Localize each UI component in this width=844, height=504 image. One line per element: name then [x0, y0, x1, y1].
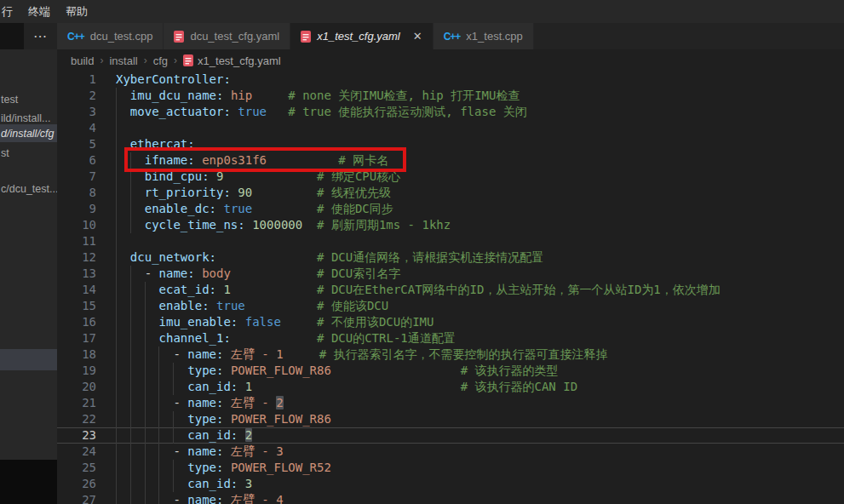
chevron-right-icon: ›: [144, 54, 147, 66]
code-token: # 使能DC同步: [317, 202, 393, 215]
menu-item-1[interactable]: 终端: [20, 0, 58, 23]
sidebar: testild/install...d/install/cfgstc/dcu_t…: [0, 49, 57, 504]
sidebar-item[interactable]: test: [0, 90, 57, 108]
more-actions-button[interactable]: ⋯: [24, 23, 57, 49]
code-token: [223, 396, 230, 410]
indent-guide: [130, 346, 131, 363]
breadcrumb-item-install[interactable]: install: [109, 54, 137, 67]
code-line-25[interactable]: 25 type: POWER_FLOW_R52: [57, 460, 844, 476]
code-line-14[interactable]: 14 ecat_id: 1 # DCU在EtherCAT网络中的ID，从主站开始…: [57, 282, 844, 298]
indent-guide: [116, 185, 117, 201]
code-token: [238, 428, 244, 442]
code-line-3[interactable]: 3 move_actuator: true # true 使能执行器运动测试, …: [57, 104, 844, 120]
sidebar-item[interactable]: d/install/cfg: [0, 124, 57, 142]
line-number: 13: [57, 266, 103, 282]
line-number: 24: [57, 444, 103, 460]
code-editor[interactable]: 1XyberController:2 imu_dcu_name: hip # n…: [57, 72, 844, 504]
code-line-7[interactable]: 7 bind_cpu: 9 # 绑定CPU核心: [57, 169, 844, 185]
code-content: XyberController:: [103, 72, 844, 88]
menu-item-0[interactable]: 行: [0, 0, 20, 23]
code-line-8[interactable]: 8 rt_priority: 90 # 线程优先级: [57, 185, 844, 201]
sidebar-item[interactable]: st: [0, 144, 57, 162]
code-token: [116, 250, 130, 264]
code-content: channel_1: # DCU的CTRL-1通道配置: [103, 330, 844, 346]
tab-x1_test_cfg.yaml[interactable]: x1_test_cfg.yaml✕: [290, 23, 433, 49]
code-line-19[interactable]: 19 type: POWER_FLOW_R86 # 该执行器的类型: [57, 363, 844, 379]
code-token: 左臂 - 4: [231, 493, 284, 504]
code-line-2[interactable]: 2 imu_dcu_name: hip # none 关闭IMU检查, hip …: [57, 88, 844, 104]
code-content: dcu_network: # DCU通信网络，请根据实机连接情况配置: [103, 249, 844, 266]
code-token: # 使能该DCU: [317, 299, 388, 312]
sidebar-selection-band: [0, 349, 57, 370]
vscode-window: 行终端帮助 ⋯ C++dcu_test.cppdcu_test_cfg.yaml…: [0, 0, 844, 504]
sidebar-item[interactable]: c/dcu_test...: [0, 180, 57, 198]
code-token: [223, 461, 230, 474]
code-token: imu_enable:: [159, 315, 238, 329]
code-token: 1: [223, 283, 230, 296]
code-line-15[interactable]: 15 enable: true # 使能该DCU: [57, 298, 844, 314]
code-token: [210, 299, 216, 312]
tab-dcu_test_cfg.yaml[interactable]: dcu_test_cfg.yaml: [164, 23, 290, 49]
indent-guide: [158, 395, 159, 411]
code-content: [103, 120, 844, 136]
code-token: dcu_network:: [130, 250, 216, 264]
code-token: [331, 364, 461, 377]
breadcrumb-item-build[interactable]: build: [71, 54, 94, 67]
code-line-24[interactable]: 24 - name: 左臂 - 3: [57, 444, 844, 460]
indent-guide: [116, 152, 117, 169]
code-token: rt_priority:: [145, 186, 231, 199]
indent-guide: [116, 88, 117, 104]
chevron-right-icon: ›: [100, 54, 103, 66]
code-line-27[interactable]: 27 - name: 左臂 - 4: [57, 492, 844, 504]
code-line-6[interactable]: 6 ifname: enp0s31f6 # 网卡名: [57, 152, 844, 169]
code-line-22[interactable]: 22 type: POWER_FLOW_R86: [57, 411, 844, 427]
line-number: 4: [57, 120, 103, 136]
close-icon[interactable]: ✕: [413, 31, 422, 42]
code-token: # 该执行器的CAN ID: [461, 380, 577, 393]
code-line-1[interactable]: 1XyberController:: [57, 72, 844, 88]
code-token: # 绑定CPU核心: [317, 169, 400, 183]
code-token: [223, 89, 230, 102]
code-line-13[interactable]: 13 - name: body # DCU索引名字: [57, 266, 844, 282]
code-content: imu_dcu_name: hip # none 关闭IMU检查, hip 打开…: [103, 88, 844, 104]
code-token: -: [145, 266, 159, 280]
code-line-11[interactable]: 11: [57, 233, 844, 249]
code-line-21[interactable]: 21 - name: 左臂 - 2: [57, 395, 844, 411]
code-token: [116, 283, 159, 296]
code-line-26[interactable]: 26 can_id: 3: [57, 476, 844, 492]
tab-x1_test.cpp[interactable]: C++x1_test.cpp: [433, 23, 534, 49]
indent-guide: [116, 201, 117, 217]
tab-dcu_test.cpp[interactable]: C++dcu_test.cpp: [57, 23, 164, 49]
code-line-9[interactable]: 9 enable_dc: true # 使能DC同步: [57, 201, 844, 217]
code-content: enable: true # 使能该DCU: [103, 298, 844, 314]
code-line-17[interactable]: 17 channel_1: # DCU的CTRL-1通道配置: [57, 330, 844, 346]
line-number: 14: [57, 282, 103, 298]
code-token: -: [173, 347, 187, 361]
indent-guide: [116, 120, 117, 136]
code-line-12[interactable]: 12 dcu_network: # DCU通信网络，请根据实机连接情况配置: [57, 249, 844, 266]
code-token: # 线程优先级: [317, 186, 391, 199]
code-content: can_id: 1 # 该执行器的CAN ID: [103, 379, 844, 395]
indent-guide: [130, 152, 131, 169]
indent-guide: [116, 444, 117, 460]
line-number: 3: [57, 104, 103, 120]
code-line-20[interactable]: 20 can_id: 1 # 该执行器的CAN ID: [57, 379, 844, 395]
code-token: body: [202, 266, 231, 280]
code-token: [223, 412, 230, 426]
code-line-10[interactable]: 10 cycle_time_ns: 1000000 # 刷新周期1ms - 1k…: [57, 217, 844, 233]
code-line-4[interactable]: 4: [57, 120, 844, 136]
code-content: ifname: enp0s31f6 # 网卡名: [103, 152, 844, 169]
menu-item-2[interactable]: 帮助: [58, 0, 95, 23]
line-number: 19: [57, 363, 103, 379]
code-line-16[interactable]: 16 imu_enable: false # 不使用该DCU的IMU: [57, 314, 844, 330]
code-token: [116, 428, 187, 442]
code-line-18[interactable]: 18 - name: 左臂 - 1 # 执行器索引名字，不需要控制的执行器可直接…: [57, 346, 844, 363]
code-line-23[interactable]: 23 can_id: 2: [57, 427, 844, 444]
code-content: type: POWER_FLOW_R86: [103, 411, 844, 427]
code-token: POWER_FLOW_R52: [231, 461, 331, 474]
breadcrumb-file[interactable]: x1_test_cfg.yaml: [183, 54, 281, 67]
breadcrumb-item-cfg[interactable]: cfg: [153, 54, 168, 67]
code-line-5[interactable]: 5 ethercat:: [57, 136, 844, 152]
indent-guide: [145, 427, 146, 444]
code-token: can_id:: [187, 380, 238, 393]
